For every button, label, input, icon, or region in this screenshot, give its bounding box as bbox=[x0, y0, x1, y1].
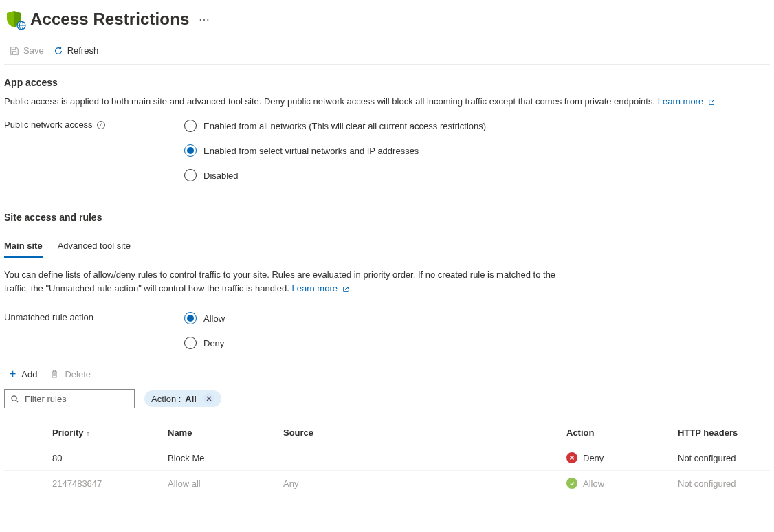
external-link-icon bbox=[708, 99, 715, 106]
radio-label: Deny bbox=[203, 338, 224, 348]
delete-label: Delete bbox=[65, 369, 91, 379]
search-icon bbox=[10, 395, 19, 403]
save-button[interactable]: Save bbox=[10, 45, 44, 56]
app-access-description: Public access is applied to both main si… bbox=[4, 95, 770, 109]
filter-pill-clear-button[interactable] bbox=[203, 393, 214, 404]
radio-icon bbox=[184, 120, 197, 132]
plus-icon: + bbox=[10, 368, 16, 379]
radio-label: Disabled bbox=[203, 170, 239, 181]
tab-main-site[interactable]: Main site bbox=[4, 236, 43, 258]
refresh-label: Refresh bbox=[67, 45, 99, 56]
site-tabs: Main site Advanced tool site bbox=[4, 236, 770, 258]
info-icon[interactable]: i bbox=[97, 121, 105, 129]
site-access-heading: Site access and rules bbox=[4, 209, 770, 230]
svg-line-4 bbox=[16, 400, 18, 402]
allow-icon bbox=[566, 478, 577, 489]
radio-icon bbox=[184, 337, 197, 349]
sort-asc-icon: ↑ bbox=[86, 429, 90, 437]
radio-unmatched-deny[interactable]: Deny bbox=[184, 337, 225, 349]
column-http-headers[interactable]: HTTP headers bbox=[672, 421, 770, 445]
save-icon bbox=[10, 46, 19, 56]
cell-name: Block Me bbox=[162, 445, 278, 471]
save-label: Save bbox=[23, 45, 44, 56]
column-priority[interactable]: Priority ↑ bbox=[47, 421, 162, 445]
unmatched-rule-action-radio-group: Allow Deny bbox=[184, 312, 225, 349]
cell-priority: 80 bbox=[47, 445, 162, 471]
add-rule-button[interactable]: + Add bbox=[10, 368, 37, 379]
site-access-section: Site access and rules Main site Advanced… bbox=[4, 184, 770, 499]
radio-enabled-all[interactable]: Enabled from all networks (This will cle… bbox=[184, 120, 486, 132]
radio-icon bbox=[184, 312, 197, 324]
trash-icon bbox=[49, 369, 59, 379]
radio-disabled[interactable]: Disabled bbox=[184, 169, 486, 181]
delete-rule-button[interactable]: Delete bbox=[49, 369, 91, 379]
cell-http-headers: Not configured bbox=[672, 471, 770, 496]
radio-label: Allow bbox=[203, 313, 225, 324]
cell-name: Allow all bbox=[162, 471, 278, 496]
rules-toolbar: + Add Delete bbox=[4, 349, 770, 386]
public-network-access-row: Public network access i Enabled from all… bbox=[4, 109, 770, 181]
cell-action: Allow bbox=[561, 471, 672, 496]
site-access-description: You can define lists of allow/deny rules… bbox=[4, 258, 568, 296]
table-row[interactable]: 80 Block Me Deny Not configured bbox=[4, 445, 770, 471]
radio-unmatched-allow[interactable]: Allow bbox=[184, 312, 225, 324]
shield-globe-icon bbox=[4, 10, 23, 29]
radio-label: Enabled from select virtual networks and… bbox=[203, 146, 419, 156]
deny-icon bbox=[566, 452, 577, 463]
cell-source bbox=[278, 445, 561, 471]
column-source[interactable]: Source bbox=[278, 421, 561, 445]
refresh-button[interactable]: Refresh bbox=[54, 45, 99, 56]
cell-source: Any bbox=[278, 471, 561, 496]
filter-rules-input[interactable] bbox=[25, 394, 140, 404]
radio-label: Enabled from all networks (This will cle… bbox=[203, 121, 486, 131]
refresh-icon bbox=[54, 46, 63, 56]
filter-pill-key: Action : bbox=[151, 394, 181, 404]
external-link-icon bbox=[342, 286, 349, 293]
site-access-learn-more-link[interactable]: Learn more bbox=[291, 283, 349, 293]
app-access-learn-more-link[interactable]: Learn more bbox=[658, 96, 715, 107]
page-header: Access Restrictions ⋯ bbox=[4, 5, 770, 37]
close-icon bbox=[206, 396, 212, 401]
radio-icon bbox=[184, 169, 197, 181]
cell-action: Deny bbox=[561, 445, 672, 471]
add-label: Add bbox=[21, 369, 37, 379]
tab-advanced-tool-site[interactable]: Advanced tool site bbox=[58, 236, 131, 258]
filter-rules-input-wrapper[interactable] bbox=[4, 389, 135, 408]
more-actions-button[interactable]: ⋯ bbox=[196, 13, 211, 26]
table-header-row: Priority ↑ Name Source Action HTTP heade… bbox=[4, 421, 770, 445]
filter-pill-value: All bbox=[185, 394, 197, 404]
app-access-heading: App access bbox=[4, 74, 770, 95]
rules-table: Priority ↑ Name Source Action HTTP heade… bbox=[4, 421, 770, 496]
top-toolbar: Save Refresh bbox=[4, 37, 770, 65]
svg-point-3 bbox=[12, 396, 16, 401]
cell-http-headers: Not configured bbox=[672, 445, 770, 471]
filter-row: Action : All bbox=[4, 386, 770, 417]
unmatched-rule-action-row: Unmatched rule action Allow Deny bbox=[4, 296, 770, 349]
radio-enabled-select[interactable]: Enabled from select virtual networks and… bbox=[184, 144, 486, 157]
radio-icon bbox=[184, 144, 197, 157]
column-action[interactable]: Action bbox=[561, 421, 672, 445]
app-access-section: App access Public access is applied to b… bbox=[4, 65, 770, 184]
cell-priority: 2147483647 bbox=[47, 471, 162, 496]
page-title: Access Restrictions bbox=[30, 10, 189, 29]
public-network-access-radio-group: Enabled from all networks (This will cle… bbox=[184, 120, 486, 181]
filter-pill-action[interactable]: Action : All bbox=[144, 390, 221, 407]
unmatched-rule-action-label: Unmatched rule action bbox=[4, 312, 184, 322]
column-name[interactable]: Name bbox=[162, 421, 278, 445]
public-network-access-label: Public network access i bbox=[4, 120, 184, 130]
table-row[interactable]: 2147483647 Allow all Any Allow Not confi… bbox=[4, 471, 770, 496]
